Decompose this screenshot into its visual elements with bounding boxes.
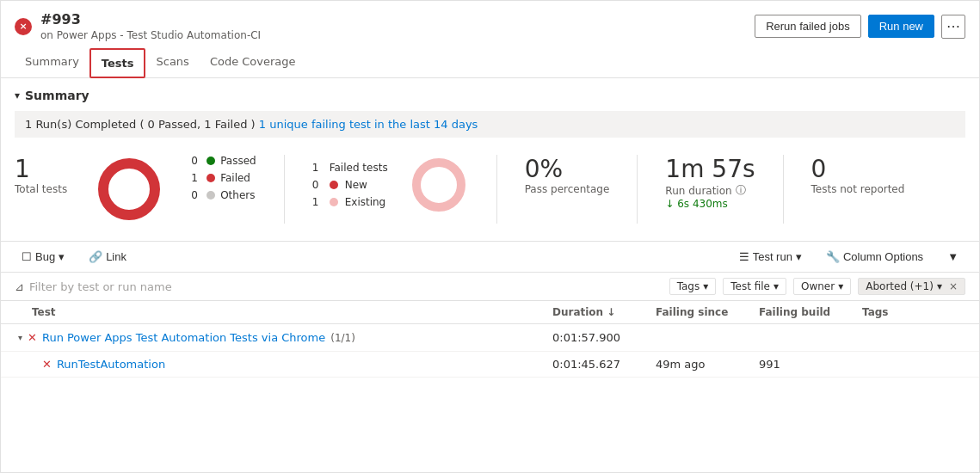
new-label: New (345, 179, 367, 191)
banner-text: 1 Run(s) Completed ( 0 Passed, 1 Failed … (25, 118, 259, 131)
test-name-link[interactable]: Run Power Apps Test Automation Tests via… (42, 331, 325, 344)
toolbar-left: ☐ Bug ▾ 🔗 Link (15, 247, 133, 267)
column-options-icon: 🔧 (826, 250, 840, 263)
total-tests-block: 1 Total tests (15, 155, 67, 195)
tab-scans[interactable]: Scans (145, 48, 199, 77)
table-subrow: ✕ RunTestAutomation 0:01:45.627 49m ago … (1, 352, 979, 378)
subrow-name: ✕ RunTestAutomation (42, 358, 552, 371)
owner-filter[interactable]: Owner ▾ (793, 278, 851, 295)
subrow-duration: 0:01:45.627 (552, 358, 656, 371)
donut-chart-pink (409, 155, 469, 215)
more-options-button[interactable]: ⋯ (941, 15, 965, 39)
table-header: Test Duration ↓ Failing since Failing bu… (1, 301, 979, 324)
tab-code-coverage[interactable]: Code Coverage (200, 48, 306, 77)
nav-tabs: Summary Tests Scans Code Coverage (15, 48, 965, 77)
tags-filter[interactable]: Tags ▾ (669, 278, 717, 295)
col-duration: Duration ↓ (552, 306, 656, 318)
svg-point-2 (416, 163, 461, 207)
test-file-filter[interactable]: Test file ▾ (723, 278, 786, 295)
header-top: × #993 on Power Apps - Test Studio Autom… (15, 11, 965, 41)
clear-aborted-filter[interactable]: × (949, 280, 958, 292)
sort-icon[interactable]: ↓ (607, 306, 615, 318)
owner-chevron-icon: ▾ (838, 280, 843, 292)
link-button[interactable]: 🔗 Link (82, 247, 133, 267)
failed-counts: 1 Failed tests 0 New 1 Existing (312, 162, 388, 208)
pass-pct-label: Pass percentage (525, 183, 610, 195)
total-tests-number: 1 (15, 155, 67, 183)
legend-passed: 0 Passed (191, 155, 256, 167)
vertical-divider-3 (637, 155, 638, 224)
subrow-failing-build: 991 (759, 358, 862, 371)
sub-count: (1/1) (330, 332, 355, 344)
error-icon: ✕ (28, 331, 37, 344)
filter-left: ⊿ Filter by test or run name (15, 280, 172, 293)
donut-legend: 0 Passed 1 Failed 0 Others (191, 155, 256, 201)
test-run-icon: ☰ (739, 250, 749, 263)
content-area: ▾ Summary 1 Run(s) Completed ( 0 Passed,… (1, 78, 979, 472)
more-icon: ⋯ (946, 18, 960, 34)
legend-others: 0 Others (191, 189, 256, 201)
svg-point-0 (103, 163, 155, 215)
row-duration: 0:01:57.900 (552, 331, 656, 344)
column-options-button[interactable]: 🔧 Column Options (819, 247, 930, 267)
filter-button[interactable]: ▼ (940, 247, 965, 267)
failed-tests-section: 1 Failed tests 0 New 1 Existing (312, 155, 469, 215)
info-icon: ⓘ (736, 183, 746, 198)
run-new-button[interactable]: Run new (868, 15, 934, 38)
bug-icon: ☐ (22, 250, 32, 263)
run-duration-label: Run duration ⓘ (665, 183, 755, 198)
run-duration-value: 1m 57s (665, 155, 755, 183)
banner-link[interactable]: 1 unique failing test in the last 14 day… (259, 118, 478, 131)
vertical-divider-2 (496, 155, 497, 224)
filter-funnel-icon: ⊿ (15, 280, 24, 293)
donut-chart-main (95, 155, 163, 224)
summary-toggle[interactable]: ▾ Summary (15, 89, 965, 102)
summary-section: ▾ Summary 1 Run(s) Completed ( 0 Passed,… (1, 78, 979, 241)
aborted-filter[interactable]: Aborted (+1) ▾ × (858, 278, 965, 295)
header: × #993 on Power Apps - Test Studio Autom… (1, 1, 979, 78)
header-left: × #993 on Power Apps - Test Studio Autom… (15, 11, 261, 41)
chevron-down-icon: ▾ (15, 89, 20, 101)
new-item: 0 New (312, 179, 388, 191)
filter-right: Tags ▾ Test file ▾ Owner ▾ Aborted (+1) … (669, 278, 965, 295)
tab-tests[interactable]: Tests (89, 48, 146, 78)
existing-item: 1 Existing (312, 196, 388, 208)
row-name: ▾ ✕ Run Power Apps Test Automation Tests… (18, 331, 552, 344)
donut-svg (95, 155, 163, 224)
rerun-failed-jobs-button[interactable]: Rerun failed jobs (755, 15, 861, 38)
not-reported-label: Tests not reported (811, 183, 905, 195)
test-run-chevron-icon: ▾ (796, 250, 802, 263)
failed-tests-label: Failed tests (330, 162, 388, 174)
toolbar-right: ☰ Test run ▾ 🔧 Column Options ▼ (732, 247, 965, 267)
pass-pct-block: 0% Pass percentage (525, 155, 610, 195)
col-test: Test (32, 306, 552, 318)
not-reported-block: 0 Tests not reported (811, 155, 905, 195)
failed-total-item: 1 Failed tests (312, 162, 388, 174)
total-tests-label: Total tests (15, 183, 67, 195)
expand-icon[interactable]: ▾ (18, 333, 22, 342)
toolbar: ☐ Bug ▾ 🔗 Link ☰ Test run ▾ 🔧 Column Opt (1, 241, 979, 273)
existing-dot (330, 198, 338, 206)
pipeline-subtitle: on Power Apps - Test Studio Automation-C… (40, 29, 261, 41)
aborted-chevron-icon: ▾ (937, 280, 942, 292)
vertical-divider (284, 155, 285, 224)
existing-label: Existing (345, 196, 386, 208)
filter-bar: ⊿ Filter by test or run name Tags ▾ Test… (1, 273, 979, 301)
summary-title: Summary (25, 89, 89, 102)
filter-icon: ▼ (947, 250, 958, 263)
new-dot (330, 181, 338, 189)
link-icon: 🔗 (89, 250, 102, 263)
test-file-chevron-icon: ▾ (774, 280, 779, 292)
close-button[interactable]: × (15, 18, 32, 35)
test-run-button[interactable]: ☰ Test run ▾ (732, 247, 809, 267)
tests-table: Test Duration ↓ Failing since Failing bu… (1, 301, 979, 378)
pipeline-title: #993 (40, 11, 261, 28)
tab-summary[interactable]: Summary (15, 48, 89, 77)
run-duration-sub: ↓ 6s 430ms (665, 198, 755, 210)
pipeline-info: #993 on Power Apps - Test Studio Automat… (40, 11, 261, 41)
bug-button[interactable]: ☐ Bug ▾ (15, 247, 71, 267)
filter-placeholder[interactable]: Filter by test or run name (29, 280, 172, 293)
subrow-test-name-link[interactable]: RunTestAutomation (57, 358, 165, 371)
legend-failed: 1 Failed (191, 172, 256, 184)
bug-chevron-icon: ▾ (59, 250, 65, 263)
